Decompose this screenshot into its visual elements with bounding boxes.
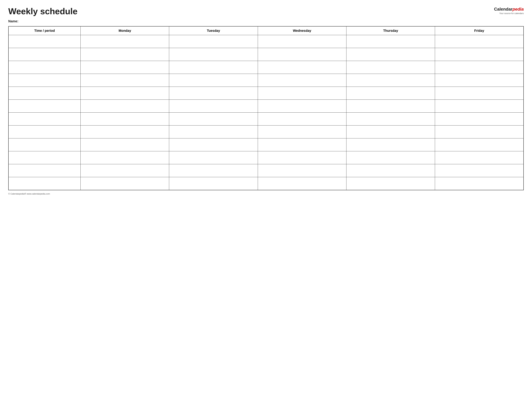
table-cell-row10-col2[interactable]: [81, 151, 169, 164]
table-cell-row3-col4[interactable]: [258, 61, 346, 74]
table-cell-row12-col4[interactable]: [258, 177, 346, 190]
table-cell-row11-col1[interactable]: [8, 164, 81, 177]
table-cell-row4-col1[interactable]: [8, 74, 81, 87]
table-cell-row12-col1[interactable]: [8, 177, 81, 190]
table-row: [8, 74, 524, 87]
table-row: [8, 35, 524, 48]
table-cell-row10-col5[interactable]: [346, 151, 435, 164]
table-row: [8, 100, 524, 113]
table-cell-row5-col3[interactable]: [169, 87, 258, 100]
table-row: [8, 126, 524, 138]
table-cell-row10-col6[interactable]: [435, 151, 524, 164]
table-cell-row11-col2[interactable]: [81, 164, 169, 177]
table-cell-row1-col6[interactable]: [435, 35, 524, 48]
table-cell-row7-col1[interactable]: [8, 113, 81, 126]
logo-subtitle: Your source for calendars: [499, 12, 524, 15]
logo-pedia-text: pedia: [513, 7, 524, 12]
table-cell-row6-col5[interactable]: [346, 100, 435, 113]
table-cell-row4-col4[interactable]: [258, 74, 346, 87]
table-cell-row9-col6[interactable]: [435, 138, 524, 151]
table-cell-row10-col3[interactable]: [169, 151, 258, 164]
table-cell-row6-col4[interactable]: [258, 100, 346, 113]
table-cell-row7-col5[interactable]: [346, 113, 435, 126]
table-cell-row5-col5[interactable]: [346, 87, 435, 100]
table-cell-row8-col1[interactable]: [8, 126, 81, 138]
footer-text: © Calendarpedia® www.calendarpedia.com: [8, 192, 50, 195]
table-cell-row8-col5[interactable]: [346, 126, 435, 138]
table-cell-row7-col4[interactable]: [258, 113, 346, 126]
col-header-time: Time / period: [8, 26, 81, 35]
table-cell-row5-col1[interactable]: [8, 87, 81, 100]
table-cell-row7-col3[interactable]: [169, 113, 258, 126]
col-header-monday: Monday: [81, 26, 169, 35]
table-cell-row9-col1[interactable]: [8, 138, 81, 151]
table-cell-row9-col3[interactable]: [169, 138, 258, 151]
table-cell-row6-col6[interactable]: [435, 100, 524, 113]
table-cell-row2-col5[interactable]: [346, 48, 435, 61]
table-row: [8, 87, 524, 100]
table-cell-row3-col1[interactable]: [8, 61, 81, 74]
table-cell-row4-col6[interactable]: [435, 74, 524, 87]
table-cell-row12-col5[interactable]: [346, 177, 435, 190]
table-cell-row6-col3[interactable]: [169, 100, 258, 113]
table-cell-row11-col4[interactable]: [258, 164, 346, 177]
table-cell-row8-col6[interactable]: [435, 126, 524, 138]
page-header: Weekly schedule Calendarpedia Your sourc…: [8, 7, 524, 16]
table-cell-row12-col2[interactable]: [81, 177, 169, 190]
table-cell-row1-col2[interactable]: [81, 35, 169, 48]
logo: Calendarpedia: [494, 7, 524, 12]
logo-container: Calendarpedia Your source for calendars: [494, 7, 524, 15]
col-header-wednesday: Wednesday: [258, 26, 346, 35]
table-cell-row2-col1[interactable]: [8, 48, 81, 61]
table-row: [8, 113, 524, 126]
name-label: Name:: [8, 19, 524, 23]
table-cell-row4-col3[interactable]: [169, 74, 258, 87]
table-row: [8, 61, 524, 74]
table-cell-row3-col2[interactable]: [81, 61, 169, 74]
table-cell-row2-col4[interactable]: [258, 48, 346, 61]
table-cell-row2-col6[interactable]: [435, 48, 524, 61]
logo-calendar-text: Calendar: [494, 7, 513, 12]
table-cell-row8-col4[interactable]: [258, 126, 346, 138]
table-cell-row1-col3[interactable]: [169, 35, 258, 48]
table-cell-row4-col2[interactable]: [81, 74, 169, 87]
table-row: [8, 177, 524, 190]
table-cell-row3-col6[interactable]: [435, 61, 524, 74]
schedule-table: Time / period Monday Tuesday Wednesday T…: [8, 26, 524, 190]
table-cell-row11-col6[interactable]: [435, 164, 524, 177]
table-cell-row5-col4[interactable]: [258, 87, 346, 100]
table-cell-row2-col2[interactable]: [81, 48, 169, 61]
table-cell-row7-col2[interactable]: [81, 113, 169, 126]
table-cell-row3-col3[interactable]: [169, 61, 258, 74]
table-cell-row3-col5[interactable]: [346, 61, 435, 74]
table-cell-row4-col5[interactable]: [346, 74, 435, 87]
table-cell-row9-col2[interactable]: [81, 138, 169, 151]
table-row: [8, 151, 524, 164]
col-header-thursday: Thursday: [346, 26, 435, 35]
page-title: Weekly schedule: [8, 7, 77, 16]
table-cell-row1-col4[interactable]: [258, 35, 346, 48]
table-cell-row1-col1[interactable]: [8, 35, 81, 48]
table-cell-row9-col4[interactable]: [258, 138, 346, 151]
table-cell-row5-col6[interactable]: [435, 87, 524, 100]
table-cell-row10-col4[interactable]: [258, 151, 346, 164]
table-cell-row8-col2[interactable]: [81, 126, 169, 138]
table-row: [8, 48, 524, 61]
table-cell-row2-col3[interactable]: [169, 48, 258, 61]
table-row: [8, 164, 524, 177]
table-cell-row6-col1[interactable]: [8, 100, 81, 113]
table-cell-row9-col5[interactable]: [346, 138, 435, 151]
table-header-row: Time / period Monday Tuesday Wednesday T…: [8, 26, 524, 35]
table-cell-row10-col1[interactable]: [8, 151, 81, 164]
table-cell-row12-col3[interactable]: [169, 177, 258, 190]
table-cell-row12-col6[interactable]: [435, 177, 524, 190]
table-cell-row8-col3[interactable]: [169, 126, 258, 138]
table-row: [8, 138, 524, 151]
table-cell-row11-col5[interactable]: [346, 164, 435, 177]
table-cell-row6-col2[interactable]: [81, 100, 169, 113]
table-cell-row11-col3[interactable]: [169, 164, 258, 177]
table-cell-row5-col2[interactable]: [81, 87, 169, 100]
table-cell-row1-col5[interactable]: [346, 35, 435, 48]
col-header-friday: Friday: [435, 26, 524, 35]
table-cell-row7-col6[interactable]: [435, 113, 524, 126]
